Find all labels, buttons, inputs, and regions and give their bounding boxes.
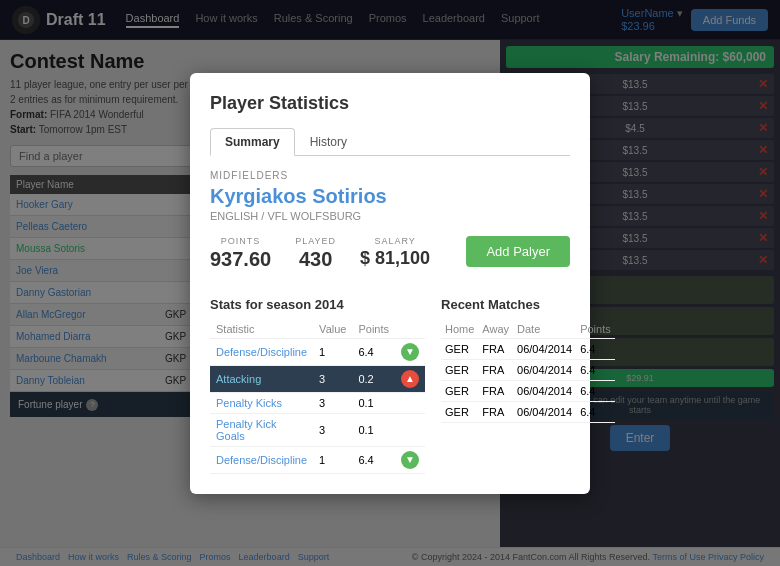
stat-points: 0.1 — [352, 392, 395, 413]
modal: Player Statistics Summary History MIDFIE… — [190, 73, 590, 494]
recent-row: GER FRA 06/04/2014 6.4 — [441, 380, 615, 401]
stats-row: Defense/Discipline 1 6.4 ▼ — [210, 446, 425, 473]
salary-value: $ 81,100 — [360, 248, 430, 269]
stat-points: 6.4 — [352, 338, 395, 365]
match-away: FRA — [478, 401, 513, 422]
arrow-up-icon: ▲ — [401, 370, 419, 388]
match-points: 6.4 — [576, 338, 615, 359]
stats-row: Attacking 3 0.2 ▲ — [210, 365, 425, 392]
stats-row: Defense/Discipline 1 6.4 ▼ — [210, 338, 425, 365]
stat-name[interactable]: Attacking — [216, 373, 261, 385]
stats-row: Penalty Kicks 3 0.1 — [210, 392, 425, 413]
stat-points: 6.4 — [352, 446, 395, 473]
match-away: FRA — [478, 359, 513, 380]
add-player-modal-button[interactable]: Add Palyer — [466, 236, 570, 267]
stat-name[interactable]: Penalty Kicks — [216, 397, 282, 409]
recent-row: GER FRA 06/04/2014 6.4 — [441, 359, 615, 380]
match-date: 06/04/2014 — [513, 401, 576, 422]
match-points: 6.4 — [576, 401, 615, 422]
stat-played: PLAYED 430 — [295, 236, 336, 281]
col-statistic: Statistic — [210, 320, 313, 339]
tab-history[interactable]: History — [295, 128, 362, 156]
stats-section: Stats for season 2014 Statistic Value Po… — [210, 297, 570, 474]
stat-name[interactable]: Defense/Discipline — [216, 346, 307, 358]
stats-left: Stats for season 2014 Statistic Value Po… — [210, 297, 425, 474]
recent-row: GER FRA 06/04/2014 6.4 — [441, 401, 615, 422]
stat-points: 0.1 — [352, 413, 395, 446]
stats-table: Statistic Value Points Defense/Disciplin… — [210, 320, 425, 474]
match-date: 06/04/2014 — [513, 338, 576, 359]
player-stats-row: POINTS 937.60 PLAYED 430 SALARY $ 81,100… — [210, 236, 570, 281]
stats-right: Recent Matches Home Away Date Points GER — [441, 297, 615, 474]
points-label: POINTS — [210, 236, 271, 246]
modal-title: Player Statistics — [210, 93, 570, 114]
col-value: Value — [313, 320, 352, 339]
section-label: MIDFIELDERS — [210, 170, 570, 181]
match-home: GER — [441, 380, 478, 401]
stat-points: POINTS 937.60 — [210, 236, 271, 281]
modal-tabs: Summary History — [210, 128, 570, 156]
match-away: FRA — [478, 338, 513, 359]
modal-overlay[interactable]: Player Statistics Summary History MIDFIE… — [0, 0, 780, 566]
match-home: GER — [441, 359, 478, 380]
stat-points: 0.2 — [352, 365, 395, 392]
salary-label: SALARY — [360, 236, 430, 246]
points-value: 937.60 — [210, 248, 271, 271]
arrow-down-icon: ▼ — [401, 343, 419, 361]
tab-summary[interactable]: Summary — [210, 128, 295, 156]
recent-row: GER FRA 06/04/2014 6.4 — [441, 338, 615, 359]
match-date: 06/04/2014 — [513, 380, 576, 401]
match-home: GER — [441, 338, 478, 359]
recent-matches-table: Home Away Date Points GER FRA 06/04/2014… — [441, 320, 615, 423]
stat-value: 1 — [313, 338, 352, 365]
match-home: GER — [441, 401, 478, 422]
match-away: FRA — [478, 380, 513, 401]
stats-row: Penalty Kick Goals 3 0.1 — [210, 413, 425, 446]
stat-value: 1 — [313, 446, 352, 473]
stat-name[interactable]: Penalty Kick Goals — [216, 418, 277, 442]
match-points: 6.4 — [576, 359, 615, 380]
played-label: PLAYED — [295, 236, 336, 246]
col-points: Points — [352, 320, 395, 339]
arrow-down-icon: ▼ — [401, 451, 419, 469]
played-value: 430 — [295, 248, 336, 271]
col-home: Home — [441, 320, 478, 339]
col-points: Points — [576, 320, 615, 339]
stat-value: 3 — [313, 413, 352, 446]
stat-value: 3 — [313, 392, 352, 413]
player-club: ENGLISH / VFL WOLFSBURG — [210, 210, 570, 222]
stat-name[interactable]: Defense/Discipline — [216, 454, 307, 466]
col-arrow — [395, 320, 425, 339]
player-name[interactable]: Kyrgiakos Sotirios — [210, 185, 570, 208]
recent-title: Recent Matches — [441, 297, 615, 312]
col-away: Away — [478, 320, 513, 339]
match-date: 06/04/2014 — [513, 359, 576, 380]
stat-value: 3 — [313, 365, 352, 392]
col-date: Date — [513, 320, 576, 339]
stat-salary: SALARY $ 81,100 — [360, 236, 430, 281]
season-title: Stats for season 2014 — [210, 297, 425, 312]
match-points: 6.4 — [576, 380, 615, 401]
